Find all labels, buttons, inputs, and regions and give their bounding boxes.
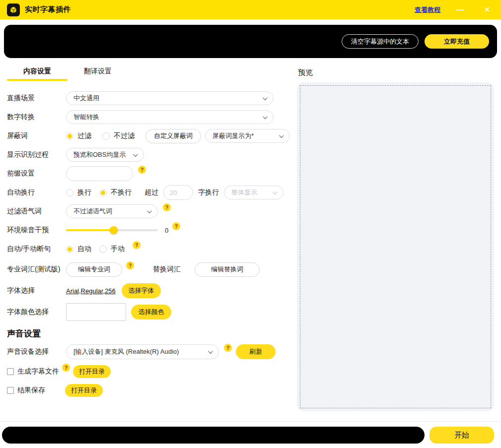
app-logo [7, 3, 20, 16]
help-icon[interactable]: ? [126, 261, 134, 269]
row-font-color: 字体颜色选择 选择颜色 [7, 301, 291, 323]
font-color-input[interactable] [66, 303, 126, 321]
help-icon[interactable]: ? [163, 203, 171, 211]
row-pro-vocab: 专业词汇(测试版) 编辑专业词 ? 替换词汇 编辑替换词 [7, 258, 291, 280]
subtitle-file-label: 生成字幕文件 [17, 367, 59, 376]
active-tab-indicator [7, 79, 68, 81]
prefix-label: 前缀设置 [7, 169, 66, 178]
row-number-convert: 数字转换 智能转换 [7, 108, 291, 127]
result-save-label: 结果保存 [17, 386, 65, 395]
current-font-link[interactable]: Arial,Regular,256 [66, 287, 116, 295]
app-title: 实时字幕插件 [25, 5, 71, 14]
help-icon[interactable]: ? [224, 344, 232, 352]
cube-icon [9, 5, 18, 14]
footer-bar: 开始 [0, 421, 501, 448]
preview-title: 预览 [298, 68, 494, 77]
minimize-button[interactable]: — [453, 6, 467, 14]
refresh-button[interactable]: 刷新 [236, 344, 276, 359]
status-bar [2, 427, 425, 444]
chevron-down-icon [273, 190, 278, 194]
radio-manual-label: 手动 [111, 245, 125, 254]
slider-thumb[interactable] [110, 226, 118, 234]
after-wrap-label: 字换行 [198, 188, 219, 197]
help-icon[interactable]: ? [172, 222, 180, 230]
auto-wrap-label: 自动换行 [7, 188, 66, 197]
close-button[interactable]: ✕ [480, 6, 494, 14]
noise-label: 环境噪音干预 [7, 226, 66, 235]
filler-words-label: 过滤语气词 [7, 207, 66, 216]
row-sound-device: 声音设备选择 [输入设备] 麦克风 (Realtek(R) Audio) ? 刷… [7, 341, 291, 362]
blocked-words-display-select[interactable]: 屏蔽词显示为* [205, 129, 290, 143]
tab-bar: 内容设置 翻译设置 [7, 67, 291, 81]
number-convert-select[interactable]: 智能转换 [66, 110, 274, 124]
sound-settings-title: 声音设置 [7, 328, 291, 339]
recognition-display-select[interactable]: 预览和OBS均显示 [66, 148, 144, 162]
wrap-mode-select[interactable]: 整体显示 [224, 186, 284, 199]
radio-wrap[interactable] [66, 189, 73, 196]
exceed-label: 超过 [144, 188, 158, 197]
chevron-down-icon [263, 95, 268, 100]
app-window: 实时字幕插件 查看教程 — ✕ 清空字幕源中的文本 立即充值 内容设置 翻译设置 [0, 0, 501, 448]
recognition-display-label: 显示识别过程 [7, 150, 66, 159]
radio-filter[interactable] [66, 132, 73, 140]
preview-area [300, 85, 491, 408]
choose-color-button[interactable]: 选择颜色 [131, 305, 171, 320]
radio-auto-label: 自动 [77, 245, 91, 254]
settings-column: 内容设置 翻译设置 直播场景 中文通用 数字转换 智能转换 [7, 62, 291, 421]
custom-blocked-words-button[interactable]: 自定义屏蔽词 [145, 129, 201, 143]
row-sentence-break: 自动/手动断句 自动 手动 ? [7, 240, 291, 258]
preview-column: 预览 [297, 62, 494, 421]
radio-wrap-label: 换行 [77, 188, 91, 197]
clear-subtitle-source-button[interactable]: 清空字幕源中的文本 [342, 34, 419, 49]
live-scene-select[interactable]: 中文通用 [66, 91, 274, 105]
titlebar: 实时字幕插件 查看教程 — ✕ [0, 0, 501, 19]
radio-auto[interactable] [66, 246, 73, 253]
open-result-dir-button[interactable]: 打开目录 [65, 384, 103, 397]
preview-card [297, 82, 494, 411]
edit-replace-vocab-button[interactable]: 编辑替换词 [195, 262, 260, 277]
recharge-button[interactable]: 立即充值 [425, 34, 489, 49]
help-icon[interactable]: ? [133, 241, 141, 249]
live-scene-label: 直播场景 [7, 94, 66, 103]
row-result-save: 结果保存 打开目录 [7, 381, 291, 400]
radio-manual[interactable] [99, 246, 107, 253]
sound-device-select[interactable]: [输入设备] 麦克风 (Realtek(R) Audio) [66, 344, 219, 359]
chevron-down-icon [133, 152, 138, 157]
replace-vocab-label: 替换词汇 [153, 265, 181, 274]
row-font: 字体选择 Arial,Regular,256 选择字体 [7, 280, 291, 301]
row-auto-wrap: 自动换行 换行 不换行 超过 字换行 整体显示 [7, 183, 291, 202]
prefix-input[interactable] [66, 166, 133, 181]
row-blocked-words: 屏蔽词 过滤 不过滤 自定义屏蔽词 屏蔽词显示为* [7, 127, 291, 145]
result-save-checkbox[interactable] [7, 387, 14, 394]
noise-slider[interactable] [66, 226, 158, 234]
start-button[interactable]: 开始 [429, 427, 494, 444]
help-icon[interactable]: ? [138, 166, 146, 174]
pro-vocab-label: 专业词汇(测试版) [7, 265, 66, 274]
row-recognition-display: 显示识别过程 预览和OBS均显示 [7, 145, 291, 164]
filler-words-select[interactable]: 不过滤语气词 [66, 204, 158, 218]
subtitle-file-checkbox[interactable] [7, 368, 14, 375]
slider-fill [66, 229, 114, 231]
top-banner: 清空字幕源中的文本 立即充值 [4, 25, 497, 58]
sound-device-label: 声音设备选择 [7, 347, 66, 356]
row-prefix: 前缀设置 ? [7, 164, 291, 183]
number-convert-label: 数字转换 [7, 113, 66, 122]
blocked-words-label: 屏蔽词 [7, 131, 66, 140]
radio-no-filter[interactable] [102, 132, 110, 140]
radio-no-filter-label: 不过滤 [114, 131, 135, 140]
radio-filter-label: 过滤 [77, 131, 91, 140]
choose-font-button[interactable]: 选择字体 [122, 283, 161, 298]
radio-no-wrap-label: 不换行 [111, 188, 132, 197]
edit-pro-vocab-button[interactable]: 编辑专业词 [66, 262, 122, 277]
noise-value: 0 [165, 227, 168, 234]
exceed-count-input[interactable] [163, 185, 193, 200]
row-noise: 环境噪音干预 0 ? [7, 221, 291, 240]
tab-translation-settings[interactable]: 翻译设置 [68, 67, 128, 81]
tutorial-link[interactable]: 查看教程 [415, 5, 440, 14]
chevron-down-icon [208, 349, 213, 354]
sentence-break-label: 自动/手动断句 [7, 245, 66, 254]
help-icon[interactable]: ? [62, 364, 70, 372]
radio-no-wrap[interactable] [99, 189, 107, 196]
tab-content-settings[interactable]: 内容设置 [7, 67, 68, 81]
open-subtitle-dir-button[interactable]: 打开目录 [73, 365, 111, 378]
